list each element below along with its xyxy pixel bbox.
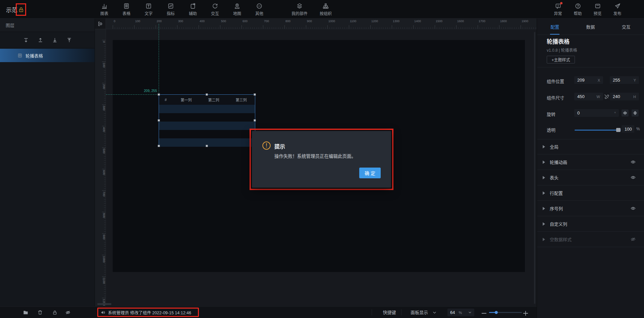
layer-item-label: 轮播表格 [25,52,43,59]
section-global[interactable]: 全局 [537,139,644,154]
section-row-config[interactable]: 行配置 [537,185,644,201]
eye-icon[interactable] [630,159,636,165]
tool-metric[interactable]: 指标 [160,3,182,16]
rotation-input[interactable]: 0° [574,109,619,117]
speaker-icon [101,310,106,315]
tool-interaction[interactable]: 交互 [204,3,226,16]
eye-off-icon[interactable] [65,310,71,315]
flip-horizontal-button[interactable] [622,109,629,117]
chevron-right-icon [543,222,545,226]
tool-table[interactable]: 表格 [115,3,138,16]
move-up-icon[interactable] [38,37,43,43]
text-icon [145,3,152,9]
shortcuts-button[interactable]: 快捷键 [378,307,401,318]
table-icon [123,3,130,9]
tool-text[interactable]: 文字 [138,3,160,16]
opacity-slider-handle[interactable] [616,128,621,132]
tool-publish[interactable]: 发布 [607,3,627,16]
tool-charts[interactable]: 图表 [93,3,115,16]
eye-off-icon[interactable] [630,236,636,242]
zoom-out-icon[interactable] [482,313,486,314]
resize-handle-sw[interactable] [158,145,160,147]
interaction-refresh-icon [212,3,218,9]
tab-interaction[interactable]: 交互 [608,18,644,35]
zoom-in-icon[interactable] [523,311,528,316]
lock-icon[interactable] [18,7,24,13]
chevron-right-icon [543,238,545,241]
metric-trend-icon [167,3,174,9]
section-index-column[interactable]: 序号列 [537,201,644,216]
tab-data[interactable]: 数据 [573,18,608,35]
resize-handle-ne[interactable] [254,93,256,96]
position-label: 组件位置 [547,78,564,84]
table-row [159,113,255,122]
position-y-input[interactable]: 255Y [610,76,639,84]
map-pin-icon [234,3,240,9]
exception-badge [560,2,562,4]
component-toolbar: 图表 表格 文字 指标 辅助 交互 地图 其他 [93,2,339,17]
section-table-header[interactable]: 表头 [537,170,644,185]
resize-handle-nw[interactable] [158,93,160,96]
table-icon [17,53,22,58]
divider [537,67,644,67]
canvas-area[interactable]: 0100200300400500600700800900100011001200… [95,18,537,306]
canvas-scrollbar-horizontal[interactable] [97,303,111,305]
opacity-input[interactable]: 100 [622,125,634,133]
move-down-icon[interactable] [23,37,29,43]
ruler-corner-toggle[interactable] [95,18,106,29]
bring-to-top-icon[interactable] [66,37,72,43]
layer-item-carousel-table[interactable]: 轮播表格 [0,49,95,62]
ruler-vertical: 0100200300400500600700800900100011001200 [95,29,106,306]
section-carousel-animation[interactable]: 轮播动画 [537,154,644,170]
tool-preview[interactable]: 预览 [588,3,607,16]
link-broken-icon[interactable] [604,94,609,99]
size-height-input[interactable]: 240H [610,93,639,100]
lock-icon[interactable] [52,310,58,315]
eye-icon[interactable] [630,206,636,211]
zoom-select[interactable]: 64 % [447,309,474,316]
panel-display-button[interactable]: 面板显示 [407,307,432,318]
trash-icon[interactable] [37,310,43,315]
folder-icon[interactable] [23,310,29,315]
tool-map[interactable]: 地图 [226,3,248,16]
chevron-down-icon [433,311,436,314]
position-x-input[interactable]: 209X [574,76,603,84]
component-title: 轮播表格 [547,37,570,45]
status-bar: 系统管理员 修改了组件 2022-09-15 14:12:46 快捷键 面板显示… [0,306,537,318]
resize-handle-n[interactable] [206,93,208,96]
tool-auxiliary[interactable]: 辅助 [182,3,204,16]
section-empty-data-style[interactable]: 空数据样式 [537,232,644,247]
tab-config[interactable]: 配置 [537,18,573,35]
layers-panel-title: 图层 [0,18,95,32]
send-to-bottom-icon[interactable] [52,37,58,43]
tool-help[interactable]: 帮助 [568,3,588,16]
eye-icon[interactable] [630,175,636,180]
tool-exceptions[interactable]: 异常 [548,3,568,16]
theme-style-button[interactable]: +主题样式 [547,56,575,63]
flip-vertical-button[interactable] [632,109,639,117]
lock-annotation-box [16,3,26,16]
alert-bubble-icon [555,3,561,9]
resize-handle-w[interactable] [158,119,160,122]
zoom-slider-handle[interactable] [495,311,498,314]
size-width-input[interactable]: 450W [574,93,603,100]
tool-other[interactable]: 其他 [248,3,270,16]
table-header-cell: 第一列 [172,97,200,102]
chevron-right-icon [543,145,545,148]
bar-chart-icon [101,3,108,9]
opacity-slider-track[interactable] [575,130,621,131]
component-table-header: # 第一列 第二列 第三列 [159,95,255,105]
alert-dialog: 提示 操作失败！系统管理员正在编辑此页面。 确 定 [252,131,391,188]
selected-component-carousel-table[interactable]: # 第一列 第二列 第三列 [159,94,255,146]
chevron-right-icon [543,176,545,179]
dialog-confirm-button[interactable]: 确 定 [359,168,381,178]
guide-visibility-icon [98,21,103,27]
table-row [159,122,255,130]
tool-by-organization[interactable]: 按组织 [313,3,339,16]
tool-my-widgets[interactable]: 我的部件 [286,3,313,16]
resize-handle-s[interactable] [206,145,208,147]
chevron-right-icon [543,191,545,195]
canvas-scrollbar-vertical[interactable] [534,32,535,304]
resize-handle-e[interactable] [254,119,256,122]
section-custom-column[interactable]: 自定义列 [537,216,644,232]
